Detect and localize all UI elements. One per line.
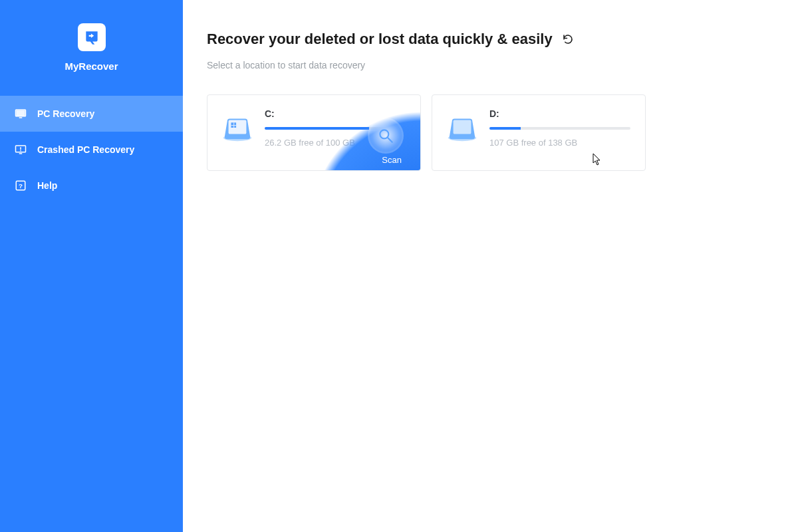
monitor-icon: [15, 108, 27, 120]
magnifier-icon: [377, 127, 394, 144]
app-logo: [78, 23, 106, 51]
svg-rect-4: [20, 147, 21, 150]
svg-rect-6: [19, 153, 23, 154]
drive-data-icon: [447, 112, 477, 143]
sidebar-item-help[interactable]: ? Help: [0, 168, 183, 203]
monitor-alert-icon: [15, 144, 27, 156]
brand-block: MyRecover: [0, 0, 183, 92]
drive-system-icon: [222, 112, 253, 143]
header-row: Recover your deleted or lost data quickl…: [207, 31, 778, 48]
svg-rect-17: [454, 120, 471, 134]
drive-info: D: 107 GB free of 138 GB: [489, 108, 630, 148]
sidebar-item-pc-recovery[interactable]: PC Recovery: [0, 96, 183, 132]
drive-label: D:: [489, 108, 630, 119]
scan-label: Scan: [382, 155, 402, 165]
svg-rect-2: [19, 117, 23, 118]
sidebar-nav: PC Recovery Crashed PC Recovery ? Help: [0, 96, 183, 203]
sidebar-item-label: PC Recovery: [37, 108, 94, 119]
sidebar-item-label: Crashed PC Recovery: [37, 144, 134, 155]
help-icon: ?: [15, 180, 27, 192]
svg-rect-5: [20, 150, 21, 152]
main-area: Recover your deleted or lost data quickl…: [183, 0, 798, 532]
svg-line-15: [388, 138, 392, 142]
brand-name: MyRecover: [65, 61, 118, 72]
hover-wave-decoration: [301, 94, 421, 171]
sidebar-item-label: Help: [37, 180, 57, 191]
svg-rect-1: [16, 110, 25, 116]
sidebar-item-crashed-pc-recovery[interactable]: Crashed PC Recovery: [0, 132, 183, 168]
scan-button[interactable]: [370, 120, 402, 152]
drive-card-d[interactable]: D: 107 GB free of 138 GB: [432, 94, 646, 171]
logo-icon: [83, 29, 100, 46]
refresh-icon[interactable]: [562, 33, 574, 45]
drive-free-text: 107 GB free of 138 GB: [489, 138, 630, 148]
page-title: Recover your deleted or lost data quickl…: [207, 31, 553, 48]
svg-point-14: [380, 130, 388, 138]
drive-usage-fill: [489, 127, 521, 130]
drive-grid: C: 26.2 GB free of 100 GB Scan: [207, 94, 778, 171]
svg-rect-13: [233, 122, 234, 128]
svg-text:?: ?: [19, 182, 23, 190]
sidebar: MyRecover PC Recovery Crashed PC Recover…: [0, 0, 183, 532]
drive-card-c[interactable]: C: 26.2 GB free of 100 GB Scan: [207, 94, 421, 171]
drive-usage-bar: [489, 127, 630, 130]
page-subtitle: Select a location to start data recovery: [207, 60, 778, 70]
